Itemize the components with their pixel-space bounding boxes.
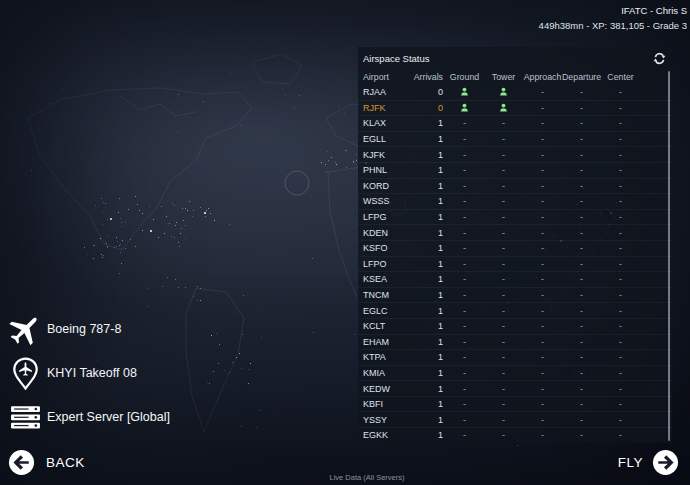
ground-status: - xyxy=(445,337,484,347)
table-row[interactable]: KMIA1----- xyxy=(358,365,672,381)
approach-status: - xyxy=(523,290,562,300)
airport-code: PHNL xyxy=(363,165,409,175)
tower-status xyxy=(484,103,523,113)
ground-status: - xyxy=(445,384,484,394)
center-status: - xyxy=(601,103,640,113)
table-row[interactable]: KSFO1----- xyxy=(358,240,672,256)
table-row[interactable]: KLAX1----- xyxy=(358,115,672,131)
airport-code: KCLT xyxy=(363,321,409,331)
arrivals-count: 1 xyxy=(409,134,445,144)
airport-code: WSSS xyxy=(363,196,409,206)
table-row[interactable]: KJFK1----- xyxy=(358,146,672,162)
table-row[interactable]: TNCM1----- xyxy=(358,287,672,303)
tower-status: - xyxy=(484,228,523,238)
ground-status: - xyxy=(445,290,484,300)
table-row[interactable]: RJAA0--- xyxy=(358,84,672,100)
approach-status: - xyxy=(523,243,562,253)
table-row[interactable]: KCLT1----- xyxy=(358,318,672,334)
approach-status: - xyxy=(523,384,562,394)
departure-status: - xyxy=(562,274,601,284)
table-row[interactable]: KDEN1----- xyxy=(358,224,672,240)
refresh-button[interactable] xyxy=(652,51,666,65)
center-status: - xyxy=(601,118,640,128)
departure-status: - xyxy=(562,134,601,144)
ground-status: - xyxy=(445,274,484,284)
account-name: IFATC - Chris S xyxy=(539,4,687,17)
ground-status: - xyxy=(445,134,484,144)
departure-selector[interactable]: KHYI Takeoff 08 xyxy=(6,355,137,391)
center-status: - xyxy=(601,321,640,331)
airport-code: LFPO xyxy=(363,259,409,269)
ground-status: - xyxy=(445,243,484,253)
table-row[interactable]: WSSS1----- xyxy=(358,193,672,209)
center-status: - xyxy=(601,165,640,175)
table-header: Airport Arrivals Ground Tower Approach D… xyxy=(358,69,672,84)
arrivals-count: 1 xyxy=(409,212,445,222)
table-row[interactable]: KBFI1----- xyxy=(358,396,672,412)
atc-active-icon xyxy=(499,87,508,96)
ground-status xyxy=(445,87,484,97)
table-row[interactable]: KEDW1----- xyxy=(358,380,672,396)
center-status: - xyxy=(601,430,640,440)
departure-status: - xyxy=(562,118,601,128)
server-selector[interactable]: Expert Server [Global] xyxy=(6,399,170,435)
atc-active-icon xyxy=(460,87,469,96)
tower-status: - xyxy=(484,181,523,191)
column-header-approach: Approach xyxy=(523,72,562,82)
center-status: - xyxy=(601,150,640,160)
departure-status: - xyxy=(562,399,601,409)
table-row[interactable]: EGLC1----- xyxy=(358,302,672,318)
live-data-selector[interactable]: Live Data (All Servers) xyxy=(329,473,404,482)
table-scrollbar[interactable] xyxy=(668,71,670,441)
ground-status: - xyxy=(445,306,484,316)
airport-code: YSSY xyxy=(363,415,409,425)
departure-status: - xyxy=(562,368,601,378)
center-status: - xyxy=(601,415,640,425)
departure-status: - xyxy=(562,384,601,394)
table-row[interactable]: EGLL1----- xyxy=(358,131,672,147)
table-row[interactable]: EHAM1----- xyxy=(358,334,672,350)
aircraft-selector[interactable]: Boeing 787-8 xyxy=(6,311,121,347)
center-status: - xyxy=(601,243,640,253)
table-row[interactable]: KSEA1----- xyxy=(358,271,672,287)
airport-code: RJAA xyxy=(363,87,409,97)
tower-status: - xyxy=(484,243,523,253)
table-row[interactable]: RJFK0--- xyxy=(358,100,672,116)
table-row[interactable]: KORD1----- xyxy=(358,178,672,194)
tower-status: - xyxy=(484,306,523,316)
table-row[interactable]: EGKK1----- xyxy=(358,427,672,443)
arrivals-count: 1 xyxy=(409,165,445,175)
approach-status: - xyxy=(523,352,562,362)
server-label: Expert Server [Global] xyxy=(47,410,170,424)
table-row[interactable]: KTPA1----- xyxy=(358,349,672,365)
table-row[interactable]: LFPO1----- xyxy=(358,256,672,272)
ground-status: - xyxy=(445,196,484,206)
airspace-ring xyxy=(285,171,309,195)
approach-status: - xyxy=(523,415,562,425)
ground-status: - xyxy=(445,259,484,269)
ground-status: - xyxy=(445,118,484,128)
table-row[interactable]: LFPG1----- xyxy=(358,209,672,225)
approach-status: - xyxy=(523,274,562,284)
arrivals-count: 1 xyxy=(409,290,445,300)
airport-code: KJFK xyxy=(363,150,409,160)
account-stats: 449h38mn - XP: 381,105 - Grade 3 xyxy=(539,19,687,32)
center-status: - xyxy=(601,196,640,206)
arrivals-count: 1 xyxy=(409,274,445,284)
panel-titlebar: Airspace Status xyxy=(358,47,672,69)
column-header-ground: Ground xyxy=(445,72,484,82)
table-row[interactable]: PHNL1----- xyxy=(358,162,672,178)
ground-status: - xyxy=(445,352,484,362)
departure-status: - xyxy=(562,352,601,362)
center-status: - xyxy=(601,87,640,97)
live-data-bar: Live Data (All Servers) xyxy=(22,466,690,484)
airport-code: KMIA xyxy=(363,368,409,378)
tower-status xyxy=(484,87,523,97)
arrivals-count: 0 xyxy=(409,103,445,113)
departure-status: - xyxy=(562,165,601,175)
ground-status: - xyxy=(445,212,484,222)
center-status: - xyxy=(601,212,640,222)
airport-code: KBFI xyxy=(363,399,409,409)
column-header-center: Center xyxy=(601,72,640,82)
table-row[interactable]: YSSY1----- xyxy=(358,411,672,427)
